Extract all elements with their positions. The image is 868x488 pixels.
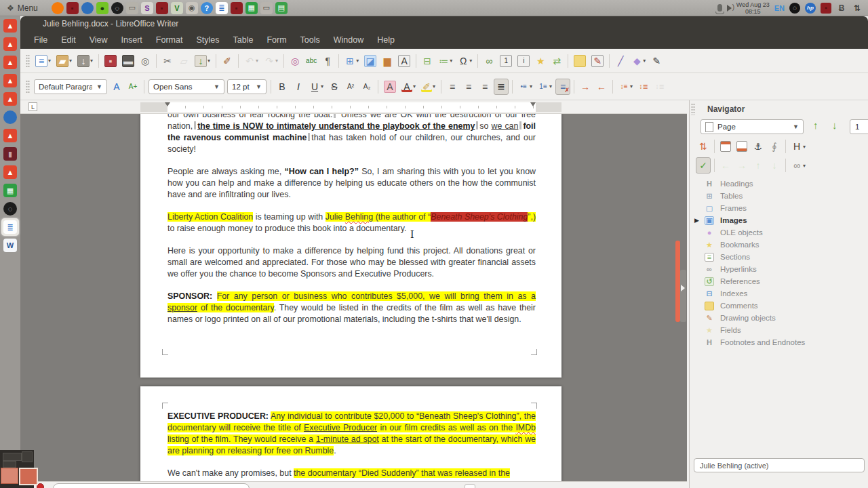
document-page-1[interactable]: our own business of fear rocking the boa… (140, 114, 561, 378)
clear-formatting-icon[interactable]: A (382, 79, 398, 95)
navigation-toggle-icon[interactable]: ⇅ (696, 138, 711, 155)
nav-tree-headings[interactable]: HHeadings (690, 178, 867, 190)
writer-launcher-icon[interactable]: ≣ (216, 2, 228, 14)
nav-tree-bookmarks[interactable]: ★Bookmarks (690, 239, 867, 251)
left-indent-marker[interactable] (165, 102, 170, 106)
scrollbar-highlight-thumb[interactable] (675, 241, 680, 322)
book-icon-slot[interactable]: ▮ (1, 145, 19, 163)
firefox-icon[interactable] (52, 2, 64, 14)
update-style-icon[interactable]: A (109, 79, 124, 95)
nav-tree-images[interactable]: ▶▣Images (690, 214, 867, 226)
dropdown-arrow-icon[interactable]: ▾ (549, 83, 552, 89)
dropdown-arrow-icon[interactable]: ▾ (803, 163, 806, 169)
insert-field-icon[interactable]: ≔▾ (436, 53, 454, 69)
dropdown-arrow-icon[interactable]: ▾ (413, 83, 416, 89)
brave-icon-2-slot[interactable]: ▲ (1, 35, 19, 53)
dropdown-arrow-icon[interactable]: ▾ (356, 58, 359, 64)
dropdown-arrow-icon[interactable]: ▾ (530, 83, 532, 89)
spreadsheet-icon[interactable]: ▤ (275, 2, 288, 14)
increase-paragraph-spacing-icon[interactable]: ↕≣ (636, 79, 651, 95)
formatting-marks-icon[interactable]: ¶ (320, 53, 335, 69)
obs-dock-icon-slot[interactable]: ◌ (1, 200, 19, 218)
horizontal-ruler[interactable]: L (20, 100, 687, 114)
chevron-down-icon[interactable]: ▼ (789, 123, 799, 130)
export-pdf-icon[interactable]: ▪ (102, 53, 119, 69)
next-page-icon[interactable]: ↓ (832, 119, 837, 131)
clock[interactable]: Wed Aug 23 08:15 (736, 1, 770, 15)
insert-chart-icon[interactable]: ▆ (380, 53, 395, 69)
footnote-icon[interactable]: 1 (498, 53, 514, 69)
open-icon[interactable]: ▰▾ (54, 53, 74, 69)
menu-tools[interactable]: Tools (294, 33, 327, 47)
menu-insert[interactable]: Insert (115, 33, 149, 47)
brave-icon-6-slot[interactable]: ▲ (1, 127, 19, 144)
bookmark-icon[interactable]: ★ (533, 53, 548, 69)
printer-icon[interactable]: ▭ (260, 2, 273, 14)
cut-icon[interactable]: ✂ (160, 53, 175, 69)
bluetooth-icon[interactable]: Ƀ (836, 3, 847, 14)
insert-image-icon[interactable]: ◪ (362, 53, 378, 69)
dropdown-arrow-icon[interactable]: ▾ (275, 58, 278, 64)
hyperlink-icon[interactable]: ∞ (481, 53, 496, 69)
save-icon[interactable]: ↓▾ (75, 53, 95, 69)
endnote-icon[interactable]: i (515, 53, 532, 69)
paragraph[interactable]: Liberty Action Coalition is teaming up w… (167, 211, 536, 235)
basic-shapes-icon[interactable]: ◆▾ (629, 53, 648, 69)
nav-tree-footnotes-and-endnotes[interactable]: HFootnotes and Endnotes (690, 336, 867, 348)
dropdown-arrow-icon[interactable]: ▾ (450, 58, 452, 64)
dropdown-arrow-icon[interactable]: ▾ (48, 58, 51, 64)
superscript-icon[interactable]: A² (343, 79, 358, 95)
thunderbird-icon[interactable] (81, 2, 94, 14)
expander-icon[interactable]: ▶ (694, 217, 699, 224)
insert-textbox-icon[interactable]: A (396, 53, 412, 69)
workspace-1[interactable] (1, 468, 18, 484)
footer-icon[interactable] (734, 138, 749, 155)
paragraph[interactable]: our own business of fear rocking the boa… (167, 114, 536, 155)
new-style-icon[interactable]: A+ (125, 79, 140, 95)
content-view-icon[interactable]: ✓ (696, 157, 711, 174)
calc-dock-icon-slot[interactable]: ▦ (1, 182, 19, 199)
dropdown-arrow-icon[interactable]: ▾ (803, 144, 806, 150)
archive-icon[interactable]: ▭ (126, 2, 138, 14)
print-icon[interactable]: ▬ (120, 53, 136, 69)
document-page-2[interactable]: EXECUTIVE PRODUCER: Any individual to co… (140, 386, 561, 481)
document-selector-combo[interactable]: Julie Behling (active) (694, 458, 865, 472)
menu-help[interactable]: Help (370, 33, 401, 47)
red-app-icon-2[interactable]: ▪ (156, 2, 168, 14)
underline-icon[interactable]: U▾ (307, 79, 326, 95)
header-icon[interactable] (718, 138, 733, 155)
subscript-icon[interactable]: A₂ (359, 79, 374, 95)
cross-reference-icon[interactable]: ⇄ (549, 53, 564, 69)
font-color-icon[interactable]: A▾ (399, 79, 418, 95)
page-number-spinner[interactable]: 1 (850, 119, 868, 134)
sidebar-show-arrow[interactable] (681, 285, 685, 291)
reminder-icon[interactable]: ∮ (767, 138, 782, 155)
increase-indent-icon[interactable]: → (578, 79, 593, 95)
red-tray-icon[interactable]: ▪ (821, 3, 831, 14)
menu-view[interactable]: View (83, 33, 115, 47)
heading-levels-icon[interactable]: H▾ (789, 138, 808, 155)
paragraph[interactable]: EXECUTIVE PRODUCER: Any individual to co… (167, 411, 536, 457)
document-canvas[interactable]: our own business of fear rocking the boa… (20, 114, 687, 481)
brave-icon-1-slot[interactable]: ▲ (1, 17, 19, 35)
titlebar[interactable]: Julie Behling.docx - LibreOffice Writer (20, 16, 868, 31)
obs-icon[interactable]: ◌ (111, 2, 123, 14)
dropdown-arrow-icon[interactable]: ▾ (433, 83, 435, 89)
clone-formatting-icon[interactable]: ✐ (220, 53, 235, 69)
writer-dock-icon-slot[interactable]: ≣ (1, 218, 19, 236)
align-left-icon[interactable]: ≡ (445, 79, 460, 95)
nav-tree-frames[interactable]: ▢Frames (690, 202, 867, 214)
bullet-list-icon[interactable]: •≡▾ (516, 79, 534, 95)
chevron-down-icon[interactable]: ▼ (92, 83, 102, 90)
dropdown-arrow-icon[interactable]: ▾ (321, 83, 323, 89)
calc-launcher-icon[interactable]: ▦ (245, 2, 258, 14)
camera-icon[interactable]: ◉ (186, 2, 198, 14)
hp-icon[interactable]: hp (805, 3, 816, 14)
menu-styles[interactable]: Styles (189, 33, 226, 47)
thunderbird-dock-icon-slot[interactable] (1, 108, 19, 126)
menu-format[interactable]: Format (149, 33, 190, 47)
red-app-icon-3[interactable]: ▪ (231, 2, 243, 14)
keyboard-layout-indicator[interactable]: EN (774, 4, 785, 12)
microphone-icon[interactable] (717, 4, 722, 12)
network-icon[interactable]: ⇅ (852, 3, 863, 14)
